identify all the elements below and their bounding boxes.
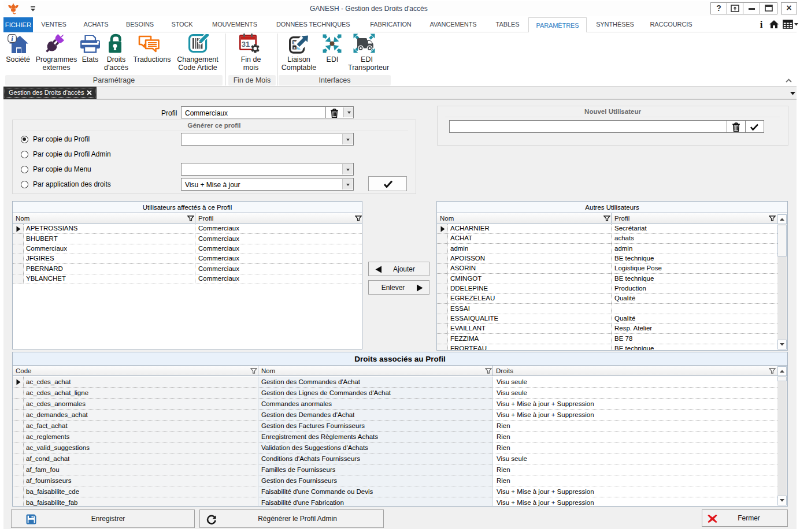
svg-text:31: 31 [242, 40, 250, 49]
svg-text:x: x [294, 46, 296, 50]
svg-text:i: i [11, 34, 13, 43]
